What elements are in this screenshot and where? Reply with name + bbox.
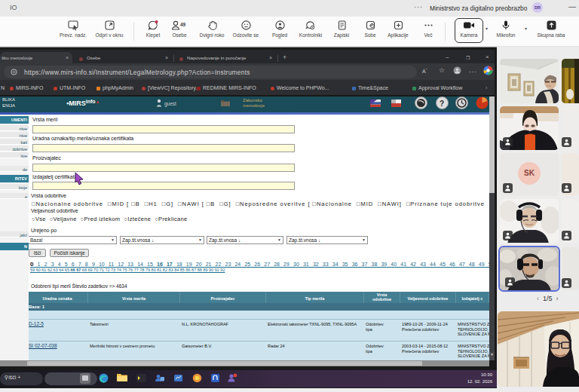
- svg-text:?: ?: [440, 100, 444, 108]
- svg-text:49: 49: [180, 22, 186, 27]
